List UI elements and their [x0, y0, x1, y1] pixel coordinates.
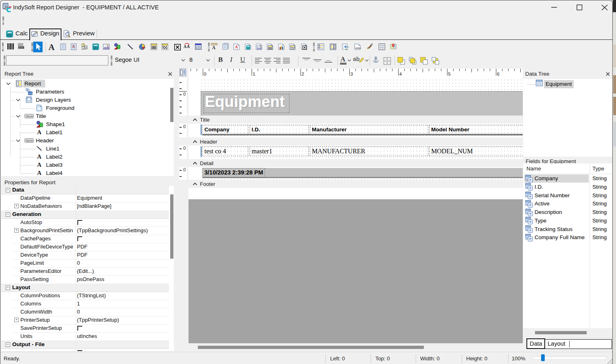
- svg-text:Bands: Bands: [26, 115, 33, 118]
- svg-text:A: A: [212, 45, 216, 50]
- svg-text:2: 2: [85, 46, 86, 49]
- svg-text:Bands: Bands: [26, 139, 33, 142]
- svg-text:A: A: [235, 45, 238, 49]
- svg-text:A: A: [72, 44, 75, 48]
- svg-text:1: 1: [82, 47, 83, 49]
- svg-text:A: A: [184, 45, 186, 49]
- svg-text:www: www: [355, 47, 361, 49]
- svg-text:[?]: [?]: [29, 92, 33, 96]
